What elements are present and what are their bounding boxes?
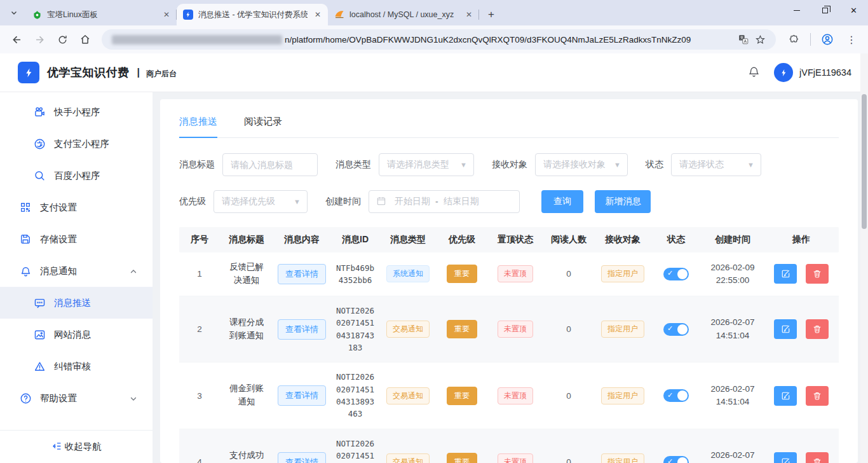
tab-close-icon[interactable]: ✕ [161, 10, 172, 20]
phpmyadmin-icon [334, 10, 344, 20]
restore-button[interactable] [811, 0, 839, 20]
bolt-icon [183, 10, 193, 20]
add-message-button[interactable]: 新增消息 [595, 190, 651, 213]
app-header: 优学宝知识付费 | 商户后台 jVFjE119634 [0, 53, 868, 92]
sidebar-item-2[interactable]: 百度小程序 [0, 160, 153, 191]
chevron-up-icon [130, 267, 137, 277]
receiver-select[interactable]: 请选择接收对象▼ [535, 153, 628, 176]
tab-read-records[interactable]: 阅读记录 [244, 116, 282, 137]
edit-button[interactable] [774, 386, 797, 406]
extensions-icon[interactable] [783, 29, 804, 50]
filter-receiver-label: 接收对象 [492, 159, 527, 170]
brand-subtitle: 商户后台 [146, 69, 177, 79]
sidebar-item-6[interactable]: 消息推送 [0, 287, 153, 319]
sidebar: 快手小程序 支付宝小程序 百度小程序 支付设置 存储设置 消息通知 消息推送 网… [0, 92, 153, 463]
tab-close-icon[interactable]: ✕ [313, 10, 323, 20]
status-select[interactable]: 请选择状态▼ [671, 153, 761, 176]
delete-button[interactable] [806, 264, 829, 284]
reload-button[interactable] [52, 29, 72, 50]
receiver-badge: 指定用户 [601, 265, 644, 282]
qrcode-icon [19, 201, 32, 214]
user-avatar[interactable] [774, 63, 793, 82]
status-toggle[interactable]: ✓ [663, 456, 689, 463]
column-header: 置顶状态 [498, 234, 533, 245]
sidebar-item-0[interactable]: 快手小程序 [0, 96, 153, 128]
sidebar-item-label: 快手小程序 [54, 106, 100, 118]
table-row-3: 3 佣金到账通知 查看详情 NOTI2026020714510431389346… [179, 363, 839, 429]
tab-search-button[interactable] [5, 4, 23, 22]
collapse-nav-label: 收起导航 [65, 441, 102, 453]
url-bar[interactable]: n/platform/home/OVpBaDFKWWJDNG1uK2dxcnQv… [102, 29, 776, 50]
collapse-nav-button[interactable]: 收起导航 [0, 430, 153, 463]
created-time: 2026-02-07 14:51:04 [709, 449, 756, 463]
notification-bell-icon[interactable] [748, 66, 760, 80]
message-id: NOTI20260207145104313893463 [334, 371, 376, 420]
minimize-button[interactable] [782, 0, 811, 20]
message-type-badge: 交易通知 [386, 387, 430, 404]
view-detail-button[interactable]: 查看详情 [278, 452, 326, 463]
site-message-icon [33, 328, 46, 341]
pin-status-badge: 未置顶 [498, 321, 533, 338]
view-detail-button[interactable]: 查看详情 [278, 385, 326, 406]
row-actions [774, 264, 829, 284]
message-type-select[interactable]: 请选择消息类型▼ [379, 153, 474, 176]
back-button[interactable] [6, 29, 27, 50]
translate-icon[interactable] [735, 31, 752, 48]
edit-button[interactable] [774, 264, 797, 284]
column-header: 接收对象 [605, 234, 641, 245]
date-range-picker[interactable]: 开始日期 - 结束日期 [369, 190, 520, 213]
sidebar-item-9[interactable]: 帮助设置 [0, 382, 153, 414]
message-type-badge: 系统通知 [386, 265, 430, 282]
profile-icon[interactable] [817, 29, 837, 50]
bookmark-star-icon[interactable] [752, 31, 768, 48]
delete-button[interactable] [806, 319, 829, 339]
message-push-icon [33, 296, 46, 309]
sidebar-item-7[interactable]: 网站消息 [0, 319, 153, 350]
priority-select[interactable]: 请选择优先级▼ [214, 190, 308, 213]
query-button[interactable]: 查询 [541, 190, 583, 213]
view-detail-button[interactable]: 查看详情 [278, 319, 326, 340]
sidebar-item-8[interactable]: 纠错审核 [0, 350, 153, 382]
edit-button[interactable] [774, 319, 797, 339]
status-toggle[interactable]: ✓ [663, 389, 689, 402]
sidebar-item-4[interactable]: 存储设置 [0, 223, 153, 255]
table-row-2: 2 课程分成到账通知 查看详情 NOTI20260207145104318743… [179, 296, 839, 363]
pin-status-badge: 未置顶 [498, 265, 533, 282]
menu-dots-icon[interactable]: ⋮ [841, 29, 862, 50]
delete-button[interactable] [806, 386, 829, 406]
readers-count: 0 [566, 269, 571, 279]
status-toggle[interactable]: ✓ [663, 268, 689, 280]
sidebar-item-5[interactable]: 消息通知 [0, 255, 153, 287]
message-title-input[interactable] [222, 153, 318, 176]
chevron-down-icon [130, 394, 137, 404]
bell-icon [19, 265, 32, 277]
column-header: 序号 [191, 234, 208, 245]
forward-button[interactable] [29, 29, 50, 50]
browser-tab-baota[interactable]: 宝塔Linux面板 ✕ [25, 4, 177, 25]
warning-icon [33, 360, 46, 373]
toolbar-divider [810, 33, 811, 46]
scrollbar-thumb[interactable] [862, 94, 867, 229]
pin-status-badge: 未置顶 [498, 453, 533, 463]
table-row-4: 4 支付成功通知 查看详情 NOTI2026020714510420769925… [179, 429, 839, 463]
browser-tab-active[interactable]: 消息推送 - 优学宝知识付费系统 ✕ [177, 4, 328, 25]
filter-status-label: 状态 [646, 159, 663, 170]
tab-message-push[interactable]: 消息推送 [179, 116, 217, 138]
new-tab-button[interactable]: + [483, 6, 499, 23]
close-button[interactable]: ✕ [839, 0, 868, 20]
browser-tab-phpmyadmin[interactable]: localhost / MySQL / uxue_xyz ✕ [328, 4, 479, 25]
status-toggle[interactable]: ✓ [663, 323, 689, 336]
tab-close-icon[interactable]: ✕ [464, 10, 474, 20]
column-header: 消息ID [342, 234, 369, 245]
filter-type-label: 消息类型 [336, 159, 371, 170]
sidebar-item-1[interactable]: 支付宝小程序 [0, 128, 153, 160]
view-detail-button[interactable]: 查看详情 [278, 264, 326, 284]
row-seq: 1 [197, 269, 202, 279]
message-title: 佣金到账通知 [227, 382, 266, 409]
home-button[interactable] [75, 29, 95, 50]
delete-button[interactable] [806, 452, 829, 463]
edit-button[interactable] [774, 452, 797, 463]
receiver-badge: 指定用户 [601, 321, 644, 338]
sidebar-item-3[interactable]: 支付设置 [0, 191, 153, 223]
sidebar-item-label: 存储设置 [40, 233, 77, 245]
